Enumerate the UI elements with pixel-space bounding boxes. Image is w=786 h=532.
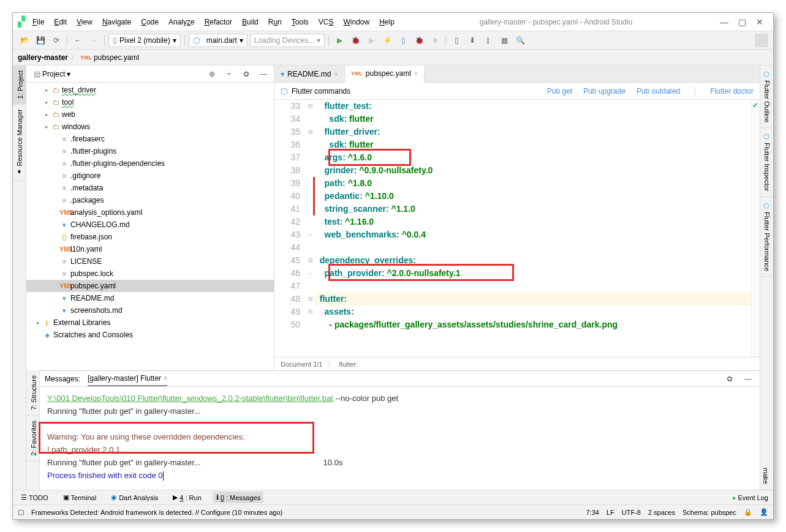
hide-icon[interactable]: — (741, 372, 755, 386)
debug-icon[interactable]: 🐞 (349, 34, 362, 47)
dart-analysis-tab[interactable]: ◉Dart Analysis (108, 492, 161, 503)
menu-code[interactable]: Code (136, 15, 164, 29)
hide-icon[interactable]: — (257, 67, 270, 81)
make-tab[interactable]: make (760, 463, 773, 490)
tree-item[interactable]: ▾README.md (26, 292, 274, 304)
project-tool-tab[interactable]: 1: Project (13, 66, 26, 104)
tool-window-icon[interactable]: ▢ (18, 508, 24, 516)
tree-item[interactable]: ≡.gitignore (26, 170, 274, 182)
tree-item[interactable]: ◈Scratches and Consoles (26, 329, 274, 341)
messages-subtab[interactable]: [gallery-master] Flutter × (88, 372, 167, 386)
file-encoding[interactable]: UTF-8 (622, 509, 641, 516)
tree-item[interactable]: ≡.packages (26, 194, 274, 206)
stop-icon[interactable]: ■ (428, 34, 442, 47)
tree-item[interactable]: YMLpubspec.yaml (26, 280, 274, 292)
tree-item[interactable]: ▸🗀test_driver (26, 84, 274, 96)
messages-tab[interactable]: ℹ0: Messages (213, 492, 263, 503)
terminal-tab[interactable]: ▣Terminal (60, 492, 100, 503)
layout-icon[interactable]: ▦ (497, 34, 511, 47)
close-button[interactable]: ✕ (756, 17, 763, 27)
breadcrumb-file[interactable]: YML pubspec.yaml (80, 53, 139, 62)
collapse-icon[interactable]: ÷ (222, 67, 236, 81)
run-tab[interactable]: ▶4: Run (170, 492, 204, 503)
search-icon[interactable]: 🔍 (513, 34, 527, 47)
indent-info[interactable]: 2 spaces (648, 509, 675, 516)
user-avatar[interactable] (755, 34, 768, 47)
menu-refactor[interactable]: Refactor (200, 15, 237, 29)
code-editor[interactable]: 333435363738394041424344454647484950 ⊟⊟⌐… (274, 100, 760, 357)
status-message[interactable]: Frameworks Detected: Android framework i… (31, 509, 282, 516)
menu-help[interactable]: Help (374, 15, 399, 29)
menu-analyze[interactable]: Analyze (164, 15, 200, 29)
coverage-icon[interactable]: ▶ (365, 34, 378, 47)
back-icon[interactable]: ← (71, 34, 85, 47)
flutter-inspector-tab[interactable]: ⬡Flutter Inspector (760, 128, 773, 197)
menu-window[interactable]: Window (338, 15, 374, 29)
schema-info[interactable]: Schema: pubspec (682, 509, 736, 516)
flutter-cmd-link[interactable]: Pub upgrade (583, 87, 625, 96)
forward-icon[interactable]: → (87, 34, 100, 47)
tree-item[interactable]: ≡LICENSE (26, 255, 274, 268)
flutter-cmd-link[interactable]: Pub outdated (637, 87, 680, 96)
menu-file[interactable]: File (28, 15, 49, 29)
flutter-performance-tab[interactable]: ⬡Flutter Performance (760, 197, 773, 277)
menu-edit[interactable]: Edit (49, 15, 72, 29)
save-icon[interactable]: 💾 (34, 34, 47, 47)
device-selector[interactable]: ▯ Pixel 2 (mobile) ▾ (108, 34, 181, 47)
menu-vcs[interactable]: VCS (314, 15, 339, 29)
flutter-outline-tab[interactable]: ⬡Flutter Outline (760, 66, 773, 128)
breadcrumb-key[interactable]: flutter: (339, 361, 358, 368)
run-icon[interactable]: ▶ (333, 34, 346, 47)
memory-icon[interactable]: 👤 (760, 508, 768, 516)
flutter-cmd-link[interactable]: Pub get (547, 87, 572, 96)
open-icon[interactable]: 📂 (18, 34, 31, 47)
menu-build[interactable]: Build (237, 15, 263, 29)
resource-manager-tab[interactable]: ♦Resource Manager (13, 104, 26, 181)
structure-tab[interactable]: 7: Structure (26, 370, 39, 416)
devices-dropdown[interactable]: Loading Devices... ▾ (250, 34, 325, 47)
tree-item[interactable]: ≡.flutter-plugins (26, 145, 274, 157)
tree-item[interactable]: ≡.firebaserc (26, 133, 274, 145)
tree-item[interactable]: ▾CHANGELOG.md (26, 219, 274, 231)
event-log-tab[interactable]: ●Event Log (732, 494, 768, 501)
menu-navigate[interactable]: Navigate (97, 15, 136, 29)
gear-icon[interactable]: ✿ (240, 67, 253, 81)
tree-item[interactable]: YMLanalysis_options.yaml (26, 206, 274, 219)
tree-item[interactable]: ▸🗀web (26, 108, 274, 121)
structure-icon[interactable]: ⫿ (482, 34, 495, 47)
menu-view[interactable]: View (72, 15, 97, 29)
lock-icon[interactable]: 🔒 (744, 508, 752, 516)
menu-tools[interactable]: Tools (287, 15, 314, 29)
editor-tab[interactable]: ▾README.md× (274, 66, 345, 82)
todo-tab[interactable]: ☰TODO (18, 492, 51, 503)
tree-item[interactable]: YMLl10n.yaml (26, 243, 274, 255)
tree-item[interactable]: ≡.metadata (26, 182, 274, 194)
tree-item[interactable]: ≡.flutter-plugins-dependencies (26, 157, 274, 170)
menu-run[interactable]: Run (263, 15, 287, 29)
tree-item[interactable]: ▸🗀tool (26, 96, 274, 108)
project-view-switcher[interactable]: ▤ Project ▾ (30, 69, 74, 80)
breadcrumb-root[interactable]: gallery-master (18, 53, 68, 62)
cursor-position[interactable]: 7:34 (586, 509, 599, 516)
flutter-cmd-link[interactable]: Flutter doctor (710, 87, 754, 96)
select-opened-icon[interactable]: ⊕ (205, 67, 219, 81)
tree-item[interactable]: ▾screenshots.md (26, 304, 274, 317)
sync-icon[interactable]: ⟳ (50, 34, 63, 47)
console-link[interactable]: Y:\001 DevelopTools\010 Flutter\flutter_… (47, 394, 333, 403)
hot-reload-icon[interactable]: ⚡ (380, 34, 394, 47)
messages-console[interactable]: Y:\001 DevelopTools\010 Flutter\flutter_… (40, 387, 760, 490)
favorites-tab[interactable]: 2: Favorites (26, 416, 39, 461)
gear-icon[interactable]: ✿ (723, 372, 736, 386)
run-config-selector[interactable]: ⬡ main.dart ▾ (189, 34, 248, 47)
project-tree[interactable]: ▸🗀test_driver▸🗀tool▸🗀web▸🗀windows≡.fireb… (26, 83, 274, 370)
avd-icon[interactable]: ▯ (450, 34, 463, 47)
tree-item[interactable]: ≡pubspec.lock (26, 268, 274, 280)
editor-tab[interactable]: YMLpubspec.yaml× (345, 66, 425, 83)
tree-item[interactable]: ▸🗀windows (26, 121, 274, 133)
attach-icon[interactable]: ▯ (396, 34, 410, 47)
maximize-button[interactable]: ▢ (738, 17, 746, 27)
tree-item[interactable]: ▸⫿External Libraries (26, 317, 274, 329)
sdk-icon[interactable]: ⬇ (466, 34, 479, 47)
minimize-button[interactable]: — (720, 17, 728, 27)
profile-icon[interactable]: 🐞 (412, 34, 426, 47)
